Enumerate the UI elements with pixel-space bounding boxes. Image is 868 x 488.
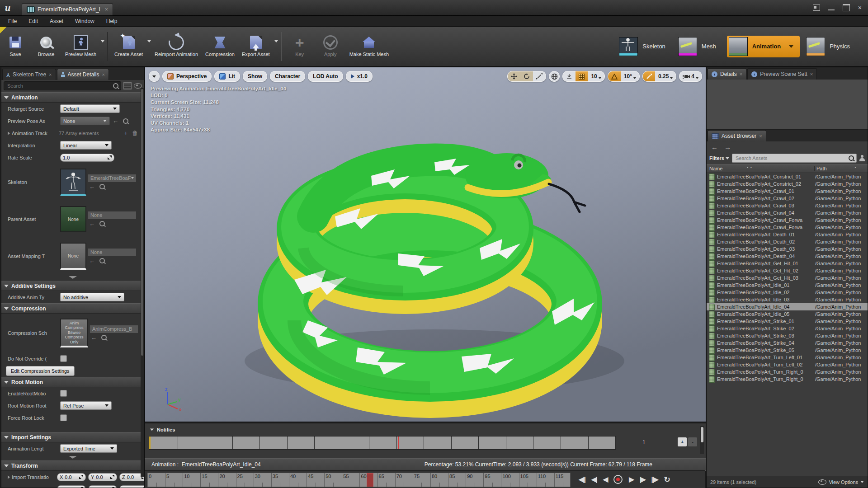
scale-snap-toggle[interactable] (643, 71, 655, 81)
3d-viewport[interactable]: Perspective Lit Show Character LOD Auto … (145, 67, 706, 422)
history-forward-icon[interactable]: → (724, 143, 731, 151)
asset-row[interactable]: EmeraldTreeBoaPolyArt_Idle_05/Game/Anim_… (707, 310, 868, 318)
asset-row[interactable]: EmeraldTreeBoaPolyArt_Idle_01/Game/Anim_… (707, 282, 868, 289)
mode-mesh[interactable]: Mesh (676, 36, 722, 57)
compression-button[interactable]: Compression (202, 33, 238, 60)
notify-track-segment[interactable] (533, 436, 561, 449)
animation-length-dropdown[interactable]: Exported Time (60, 444, 117, 453)
notify-track-segment[interactable] (424, 436, 452, 449)
section-root-motion[interactable]: Root Motion (1, 377, 144, 387)
export-asset-button[interactable]: Export Asset (238, 33, 274, 60)
force-root-lock-checkbox[interactable] (60, 414, 67, 421)
delete-icon[interactable]: 🗑︎ (132, 130, 138, 136)
notify-track-segment[interactable] (178, 436, 206, 449)
notify-track-segment[interactable] (315, 436, 342, 449)
translation-x-input[interactable]: X0.0 (57, 473, 86, 481)
notify-track-segment[interactable] (205, 436, 233, 449)
enable-root-motion-checkbox[interactable] (60, 390, 67, 397)
menu-edit[interactable]: Edit (23, 17, 43, 26)
expand-icon[interactable] (8, 131, 10, 135)
retarget-source-dropdown[interactable]: Default (60, 104, 120, 113)
play-reverse-button[interactable]: ◀ (603, 475, 608, 483)
asset-row[interactable]: EmeraldTreeBoaPolyArt_Death_01/Game/Anim… (707, 231, 868, 238)
save-button[interactable]: Save (0, 33, 31, 60)
tab-close-icon[interactable]: × (810, 71, 813, 77)
menu-help[interactable]: Help (101, 17, 123, 26)
asset-row[interactable]: EmeraldTreeBoaPolyArt_Get_Hit_03/Game/An… (707, 274, 868, 282)
section-compression[interactable]: Compression (1, 303, 144, 314)
add-element-icon[interactable]: + (124, 130, 127, 136)
make-static-mesh-button[interactable]: Make Static Mesh (346, 33, 392, 60)
surface-snap-button[interactable] (563, 71, 576, 81)
notify-track-segment[interactable] (342, 436, 370, 449)
history-back-icon[interactable]: ← (711, 143, 718, 151)
asset-row[interactable]: EmeraldTreeBoaPolyArt_Get_Hit_01/Game/An… (707, 260, 868, 267)
notify-track-segment[interactable] (506, 436, 534, 449)
expand-icon[interactable] (8, 475, 10, 479)
rotation-snap-toggle[interactable] (608, 71, 621, 81)
rotation-z-input[interactable]: Z0.0 (119, 485, 145, 488)
tab-close-icon[interactable]: × (740, 71, 742, 77)
asset-row[interactable]: EmeraldTreeBoaPolyArt_Strike_01/Game/Ani… (707, 318, 868, 325)
mode-animation[interactable]: Animation (727, 36, 800, 57)
column-header-name[interactable]: Name⌃⌃ (707, 166, 814, 171)
world-local-toggle[interactable] (549, 71, 560, 82)
remove-notify-track-button[interactable]: - (688, 437, 697, 446)
do-not-override-checkbox[interactable] (60, 355, 67, 362)
lod-auto-button[interactable]: LOD Auto (308, 71, 343, 82)
tab-skeleton-tree[interactable]: Y Skeleton Tree × (2, 69, 56, 80)
parent-asset-thumbnail[interactable]: None (60, 206, 86, 232)
browse-button[interactable]: Browse (31, 33, 61, 60)
left-panel-scrollbar[interactable] (141, 88, 144, 477)
asset-row[interactable]: EmeraldTreeBoaPolyArt_Crawl_04/Game/Anim… (707, 209, 868, 216)
camera-speed-button[interactable]: 4 (679, 71, 702, 81)
translate-tool-button[interactable] (508, 71, 520, 81)
reimport-animation-button[interactable]: Reimport Animation (151, 33, 202, 60)
interpolation-dropdown[interactable]: Linear (60, 141, 112, 150)
notifies-scrollbar[interactable] (700, 426, 704, 454)
record-button[interactable] (613, 475, 623, 484)
asset-row[interactable]: EmeraldTreeBoaPolyArt_Crawl_03/Game/Anim… (707, 202, 868, 209)
tab-close-icon[interactable]: × (759, 133, 762, 139)
filters-button[interactable]: Filters (709, 155, 729, 161)
asset-row[interactable]: EmeraldTreeBoaPolyArt_Death_03/Game/Anim… (707, 245, 868, 253)
notify-track[interactable] (151, 436, 616, 449)
browse-to-asset-icon[interactable] (99, 221, 105, 226)
translation-y-input[interactable]: Y0.0 (88, 473, 117, 481)
step-forward-button[interactable]: |▶ (640, 475, 645, 483)
use-selected-icon[interactable]: ← (89, 258, 95, 264)
edit-compression-settings-button[interactable]: Edit Compression Settings (6, 366, 75, 376)
grid-snap-toggle[interactable] (576, 71, 588, 81)
use-selected-icon[interactable]: ← (89, 183, 95, 190)
add-notify-track-button[interactable]: + (678, 437, 687, 446)
asset-search-input[interactable] (735, 155, 849, 161)
notify-track-segment[interactable] (452, 436, 479, 449)
section-expander[interactable] (1, 275, 144, 281)
asset-row[interactable]: EmeraldTreeBoaPolyArt_Get_Hit_02/Game/An… (707, 267, 868, 274)
collapse-icon[interactable] (150, 429, 154, 431)
parent-asset-field[interactable]: None (88, 211, 136, 219)
rotation-x-input[interactable]: X90.0 (57, 485, 86, 488)
asset-row[interactable]: EmeraldTreeBoaPolyArt_Crawl_01/Game/Anim… (707, 188, 868, 195)
asset-row[interactable]: EmeraldTreeBoaPolyArt_Turn_Right_0/Game/… (707, 368, 868, 375)
close-icon[interactable]: × (858, 5, 862, 10)
browse-to-asset-icon[interactable] (123, 118, 128, 124)
column-header-path[interactable]: Path⌃ (814, 166, 868, 171)
use-selected-icon[interactable]: ← (89, 221, 95, 227)
timeline-playhead[interactable] (367, 473, 373, 487)
notify-track-segment[interactable] (260, 436, 288, 449)
viewport-options-dropdown[interactable] (149, 71, 160, 82)
asset-row[interactable]: EmeraldTreeBoaPolyArt_Strike_02/Game/Ani… (707, 325, 868, 332)
menu-asset[interactable]: Asset (44, 17, 69, 26)
preview-mesh-button[interactable]: Preview Mesh (61, 33, 100, 60)
details-search[interactable] (4, 81, 121, 90)
asset-row[interactable]: EmeraldTreeBoaPolyArt_Idle_02/Game/Anim_… (707, 289, 868, 296)
perspective-button[interactable]: Perspective (162, 71, 212, 82)
skeleton-asset-field[interactable]: EmeraldTreeBoaF (88, 174, 136, 182)
browse-to-asset-icon[interactable] (99, 184, 105, 189)
section-animation[interactable]: Animation (1, 92, 144, 103)
menu-file[interactable]: File (3, 17, 22, 26)
asset-row[interactable]: EmeraldTreeBoaPolyArt_Idle_03/Game/Anim_… (707, 296, 868, 303)
preview-pose-dropdown[interactable]: None (60, 117, 110, 125)
my-assets-icon[interactable] (859, 155, 865, 161)
